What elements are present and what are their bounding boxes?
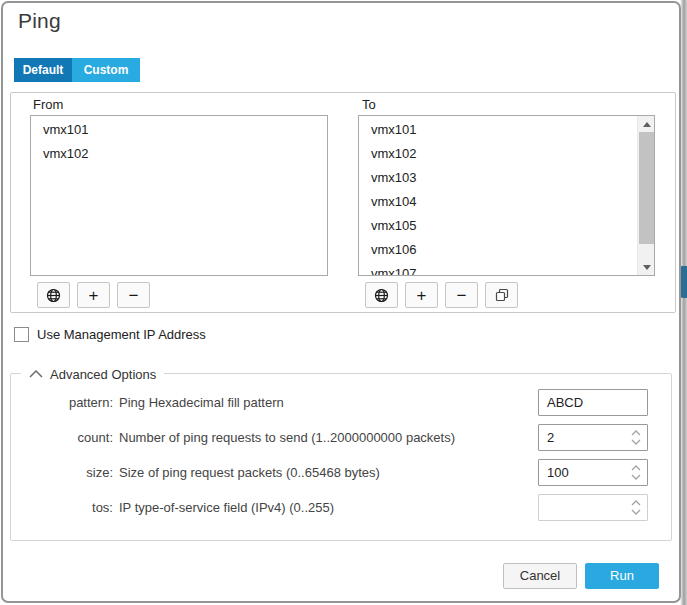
count-field-wrap <box>538 424 648 451</box>
from-toolbar: + − <box>37 282 150 308</box>
tab-default[interactable]: Default <box>14 58 72 82</box>
to-add-button[interactable]: + <box>405 282 438 308</box>
field-name: tos: <box>31 500 113 515</box>
to-listbox: vmx101 vmx102 vmx103 vmx104 vmx105 vmx10… <box>358 115 655 276</box>
to-label: To <box>362 97 376 112</box>
minus-icon: − <box>129 287 139 304</box>
dialog-title: Ping <box>18 9 61 33</box>
pattern-row-label: pattern: Ping Hexadecimal fill pattern <box>31 389 284 416</box>
to-copy-button[interactable] <box>485 282 518 308</box>
count-spinner[interactable] <box>630 424 642 451</box>
plus-icon: + <box>417 287 427 304</box>
pattern-field-wrap <box>538 389 648 416</box>
field-description: Number of ping requests to send (1..2000… <box>119 430 455 445</box>
list-item[interactable]: vmx101 <box>31 118 327 142</box>
list-item[interactable]: vmx104 <box>359 190 637 214</box>
field-name: size: <box>31 465 113 480</box>
spinner-up-icon <box>631 465 641 471</box>
globe-icon <box>46 288 61 303</box>
field-description: Size of ping request packets (0..65468 b… <box>119 465 380 480</box>
advanced-options-legend[interactable]: Advanced Options <box>21 365 164 383</box>
to-globe-button[interactable] <box>365 282 398 308</box>
legend-label: Advanced Options <box>50 367 156 382</box>
page-edge-strip <box>680 0 687 605</box>
spinner-down-icon <box>631 509 641 515</box>
size-spinner[interactable] <box>630 459 642 486</box>
list-item[interactable]: vmx106 <box>359 238 637 262</box>
globe-icon <box>374 288 389 303</box>
list-item[interactable]: vmx107 <box>359 262 637 276</box>
size-field-wrap <box>538 459 648 486</box>
scrollbar-thumb[interactable] <box>639 132 654 244</box>
from-remove-button[interactable]: − <box>117 282 150 308</box>
management-ip-label: Use Management IP Address <box>37 327 206 342</box>
list-item[interactable]: vmx103 <box>359 166 637 190</box>
tos-row-label: tos: IP type-of-service field (IPv4) (0.… <box>31 494 334 521</box>
to-remove-button[interactable]: − <box>445 282 478 308</box>
size-row-label: size: Size of ping request packets (0..6… <box>31 459 380 486</box>
run-button[interactable]: Run <box>585 563 659 589</box>
field-description: IP type-of-service field (IPv4) (0..255) <box>119 500 334 515</box>
list-item[interactable]: vmx101 <box>359 118 637 142</box>
field-name: pattern: <box>31 395 113 410</box>
cancel-button[interactable]: Cancel <box>503 563 577 589</box>
tab-custom[interactable]: Custom <box>72 58 140 82</box>
spinner-down-icon <box>631 474 641 480</box>
scroll-up-icon[interactable] <box>638 116 655 132</box>
count-row-label: count: Number of ping requests to send (… <box>31 424 455 451</box>
tos-spinner[interactable] <box>630 494 642 521</box>
from-listbox: vmx101 vmx102 <box>30 115 328 276</box>
management-ip-row: Use Management IP Address <box>14 327 206 342</box>
field-name: count: <box>31 430 113 445</box>
list-item[interactable]: vmx105 <box>359 214 637 238</box>
from-add-button[interactable]: + <box>77 282 110 308</box>
scroll-down-icon[interactable] <box>638 259 655 275</box>
tos-field-wrap <box>538 494 648 521</box>
spinner-up-icon <box>631 500 641 506</box>
management-ip-checkbox[interactable] <box>14 327 29 342</box>
spinner-up-icon <box>631 430 641 436</box>
to-toolbar: + − <box>365 282 518 308</box>
chevron-up-icon <box>29 370 43 378</box>
endpoints-panel: From To vmx101 vmx102 vmx101 vmx102 vmx1… <box>10 92 676 313</box>
pattern-input[interactable] <box>538 389 648 416</box>
field-description: Ping Hexadecimal fill pattern <box>119 395 284 410</box>
mode-tabs: Default Custom <box>14 58 140 82</box>
from-label: From <box>33 97 63 112</box>
from-globe-button[interactable] <box>37 282 70 308</box>
advanced-options-fieldset: Advanced Options pattern: Ping Hexadecim… <box>10 373 672 541</box>
list-item[interactable]: vmx102 <box>359 142 637 166</box>
vertical-scrollbar[interactable] <box>637 116 654 275</box>
copy-icon <box>495 288 509 302</box>
ping-dialog: Ping Default Custom From To vmx101 vmx10… <box>1 1 681 603</box>
spinner-down-icon <box>631 439 641 445</box>
plus-icon: + <box>89 287 99 304</box>
list-item[interactable]: vmx102 <box>31 142 327 166</box>
minus-icon: − <box>457 287 467 304</box>
